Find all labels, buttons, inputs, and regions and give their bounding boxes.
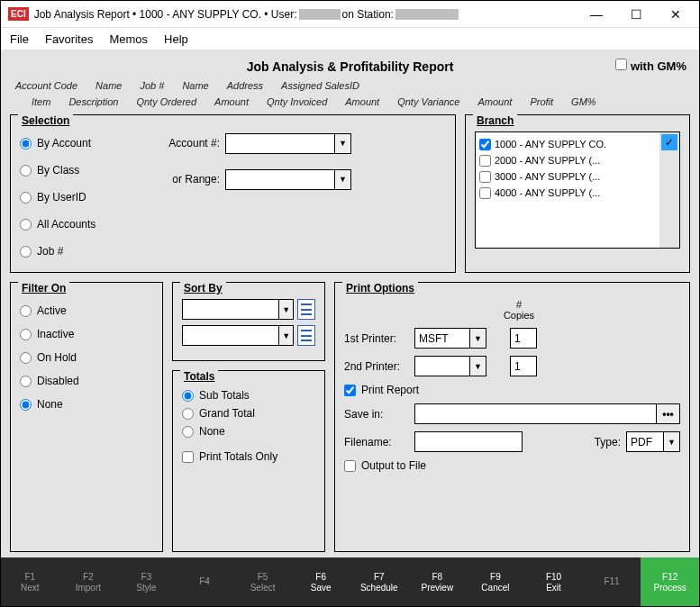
print-report-input[interactable] xyxy=(344,385,356,396)
totals-group: Totals Sub Totals Grand Total None Print… xyxy=(172,370,325,552)
radio-inactive[interactable]: Inactive xyxy=(20,322,153,346)
with-gm-input[interactable] xyxy=(615,59,627,70)
fkey-f7[interactable]: F7Schedule xyxy=(350,557,408,606)
radio-all-accounts[interactable]: All Accounts xyxy=(20,213,155,236)
type-combo[interactable]: ▼ xyxy=(626,431,680,452)
fkey-label: Cancel xyxy=(481,583,509,593)
menu-help[interactable]: Help xyxy=(164,32,188,46)
branch-item-checkbox[interactable] xyxy=(479,139,491,150)
chevron-down-icon[interactable]: ▼ xyxy=(278,300,293,319)
save-in-input[interactable] xyxy=(414,403,657,424)
type-input[interactable] xyxy=(627,432,663,451)
col-header: Amount xyxy=(345,96,379,107)
sort1-list-button[interactable] xyxy=(297,299,315,320)
sort2-combo[interactable]: ▼ xyxy=(182,325,294,346)
minimize-button[interactable]: — xyxy=(577,2,616,27)
col-header: GM% xyxy=(571,96,596,107)
radio-all-accounts-input[interactable] xyxy=(20,219,32,231)
copies1-input[interactable] xyxy=(510,328,537,349)
branch-item-checkbox[interactable] xyxy=(479,187,491,199)
filename-input[interactable] xyxy=(414,431,523,452)
branch-select-all[interactable]: ✓ xyxy=(659,132,679,248)
print-report-checkbox[interactable]: Print Report xyxy=(344,384,680,396)
sort1-combo[interactable]: ▼ xyxy=(182,299,294,320)
printer1-combo[interactable]: ▼ xyxy=(414,328,486,349)
fkey-f3: F3Style xyxy=(117,557,176,606)
branch-list[interactable]: 1000 - ANY SUPPLY CO.2000 - ANY SUPPLY (… xyxy=(475,131,680,249)
chevron-down-icon[interactable]: ▼ xyxy=(469,329,486,348)
printer2-combo[interactable]: ▼ xyxy=(414,356,486,376)
radio-by-class[interactable]: By Class xyxy=(20,159,155,182)
chevron-down-icon[interactable]: ▼ xyxy=(663,432,679,451)
branch-item[interactable]: 3000 - ANY SUPPLY (... xyxy=(479,168,656,185)
with-gm-checkbox[interactable]: with GM% xyxy=(615,57,686,77)
chevron-down-icon[interactable]: ▼ xyxy=(334,134,350,153)
browse-button[interactable]: ••• xyxy=(657,403,680,424)
radio-by-userid-input[interactable] xyxy=(20,192,32,204)
range-combo[interactable]: ▼ xyxy=(225,169,351,190)
menu-memos[interactable]: Memos xyxy=(109,32,148,46)
radio-by-class-input[interactable] xyxy=(20,165,32,177)
range-input[interactable] xyxy=(226,170,334,189)
output-to-file-input[interactable] xyxy=(344,460,356,472)
account-no-input[interactable] xyxy=(226,134,334,153)
radio-filter-none-input[interactable] xyxy=(20,399,32,411)
branch-item[interactable]: 1000 - ANY SUPPLY CO. xyxy=(479,136,656,152)
radio-disabled-input[interactable] xyxy=(20,376,32,387)
branch-legend: Branch xyxy=(473,114,517,127)
radio-sub-totals-input[interactable] xyxy=(182,390,194,402)
radio-sub-totals[interactable]: Sub Totals xyxy=(182,387,315,403)
sort2-input[interactable] xyxy=(183,326,278,345)
chevron-down-icon[interactable]: ▼ xyxy=(469,357,486,376)
radio-on-hold[interactable]: On Hold xyxy=(20,346,153,369)
radio-filter-none[interactable]: None xyxy=(20,393,153,416)
radio-disabled[interactable]: Disabled xyxy=(20,369,153,393)
report-title: Job Analysis & Profitability Report xyxy=(247,59,454,74)
radio-active[interactable]: Active xyxy=(20,299,153,322)
col-header: Name xyxy=(95,80,122,91)
print-totals-only-input[interactable] xyxy=(182,451,194,463)
menu-file[interactable]: File xyxy=(10,32,29,46)
output-to-file-checkbox[interactable]: Output to File xyxy=(344,459,680,472)
fkey-f10[interactable]: F10Exit xyxy=(524,557,583,606)
fkey-f8[interactable]: F8Preview xyxy=(408,557,467,606)
print-totals-only[interactable]: Print Totals Only xyxy=(182,445,315,468)
radio-by-account[interactable]: By Account xyxy=(20,131,155,155)
sort1-input[interactable] xyxy=(183,300,278,319)
radio-totals-none[interactable]: None xyxy=(182,423,315,439)
chevron-down-icon[interactable]: ▼ xyxy=(334,170,350,189)
menu-favorites[interactable]: Favorites xyxy=(45,32,93,46)
branch-item-checkbox[interactable] xyxy=(479,171,491,183)
radio-inactive-input[interactable] xyxy=(20,329,32,340)
sort2-list-button[interactable] xyxy=(297,325,315,346)
maximize-button[interactable]: ☐ xyxy=(616,2,656,27)
printer2-input[interactable] xyxy=(415,357,469,376)
radio-grand-total[interactable]: Grand Total xyxy=(182,405,315,421)
copies2-input[interactable] xyxy=(510,356,537,376)
branch-item-checkbox[interactable] xyxy=(479,155,491,167)
branch-item[interactable]: 4000 - ANY SUPPLY (... xyxy=(479,185,656,201)
fkey-f12[interactable]: F12Process xyxy=(641,557,699,606)
radio-job-no[interactable]: Job # xyxy=(20,240,155,263)
radio-by-account-label: By Account xyxy=(37,137,91,149)
close-button[interactable]: ✕ xyxy=(656,2,695,27)
chevron-down-icon[interactable]: ▼ xyxy=(278,326,293,345)
radio-on-hold-input[interactable] xyxy=(20,352,32,364)
printer1-input[interactable] xyxy=(415,329,469,348)
radio-totals-none-label: None xyxy=(199,425,225,438)
check-icon[interactable]: ✓ xyxy=(661,134,677,150)
radio-job-no-input[interactable] xyxy=(20,246,32,258)
fkey-f9[interactable]: F9Cancel xyxy=(467,557,525,606)
radio-by-userid[interactable]: By UserID xyxy=(20,186,155,209)
radio-active-input[interactable] xyxy=(20,305,32,317)
or-range-label: or Range: xyxy=(155,173,225,186)
window-title: Job Analysis Report • 1000 - ANY SUPPLY … xyxy=(34,8,297,21)
radio-by-userid-label: By UserID xyxy=(37,191,86,204)
fkey-f6[interactable]: F6Save xyxy=(292,557,350,606)
radio-grand-total-input[interactable] xyxy=(182,408,194,420)
radio-by-account-input[interactable] xyxy=(20,138,32,149)
branch-item-label: 3000 - ANY SUPPLY (... xyxy=(495,171,600,182)
account-no-combo[interactable]: ▼ xyxy=(225,133,351,154)
branch-item[interactable]: 2000 - ANY SUPPLY (... xyxy=(479,152,656,168)
radio-totals-none-input[interactable] xyxy=(182,426,194,438)
